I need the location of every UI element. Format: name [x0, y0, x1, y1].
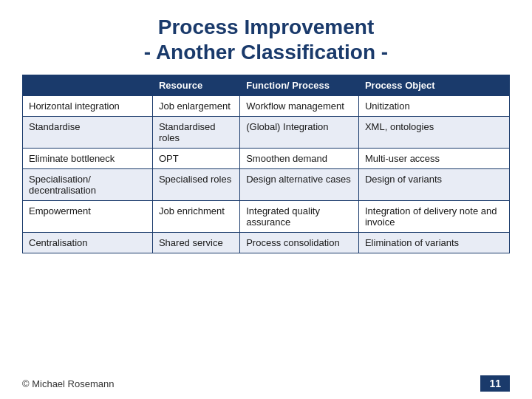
table-header-row: Resource Function/ Process Process Objec…	[23, 75, 510, 96]
table-row: Specialisation/ decentralisationSpeciali…	[23, 169, 510, 201]
table-cell-5-1: Shared service	[152, 233, 239, 253]
table-cell-2-3: Multi-user access	[358, 149, 509, 169]
table-row: Horizontal integrationJob enlargementWor…	[23, 96, 510, 117]
table-cell-3-3: Design of variants	[358, 169, 509, 201]
table-cell-1-1: Standardised roles	[152, 117, 239, 149]
table-cell-4-0: Empowerment	[23, 201, 153, 233]
title-line2: - Another Classification -	[144, 41, 388, 64]
table-cell-0-2: Workflow management	[240, 96, 359, 117]
table-row: EmpowermentJob enrichmentIntegrated qual…	[23, 201, 510, 233]
slide-title: Process Improvement - Another Classifica…	[22, 15, 510, 64]
title-line1: Process Improvement	[158, 16, 375, 38]
table-cell-5-2: Process consolidation	[240, 233, 359, 253]
table-cell-2-0: Eliminate bottleneck	[23, 149, 153, 169]
table-cell-2-2: Smoothen demand	[240, 149, 359, 169]
page-number: 11	[480, 375, 510, 392]
table-cell-0-1: Job enlargement	[152, 96, 239, 117]
table-row: CentralisationShared serviceProcess cons…	[23, 233, 510, 253]
table-cell-1-0: Standardise	[23, 117, 153, 149]
col-header-1: Resource	[152, 75, 239, 96]
table-cell-2-1: OPT	[152, 149, 239, 169]
table-row: Eliminate bottleneckOPTSmoothen demandMu…	[23, 149, 510, 169]
col-header-0	[23, 75, 153, 96]
table-cell-5-0: Centralisation	[23, 233, 153, 253]
table-cell-3-1: Specialised roles	[152, 169, 239, 201]
table-cell-4-2: Integrated quality assurance	[240, 201, 359, 233]
table-cell-4-1: Job enrichment	[152, 201, 239, 233]
table-cell-0-3: Unitization	[358, 96, 509, 117]
table-cell-4-3: Integration of delivery note and invoice	[358, 201, 509, 233]
table-wrapper: Resource Function/ Process Process Objec…	[22, 75, 510, 253]
table-cell-1-3: XML, ontologies	[358, 117, 509, 149]
table-row: StandardiseStandardised roles(Global) In…	[23, 117, 510, 149]
classification-table: Resource Function/ Process Process Objec…	[22, 75, 510, 253]
table-cell-3-0: Specialisation/ decentralisation	[23, 169, 153, 201]
table-cell-3-2: Design alternative cases	[240, 169, 359, 201]
col-header-2: Function/ Process	[240, 75, 359, 96]
table-cell-1-2: (Global) Integration	[240, 117, 359, 149]
col-header-3: Process Object	[358, 75, 509, 96]
slide: Process Improvement - Another Classifica…	[0, 0, 532, 399]
table-cell-5-3: Elimination of variants	[358, 233, 509, 253]
copyright-text: © Michael Rosemann	[22, 378, 114, 389]
table-cell-0-0: Horizontal integration	[23, 96, 153, 117]
footer: © Michael Rosemann 11	[22, 375, 510, 392]
